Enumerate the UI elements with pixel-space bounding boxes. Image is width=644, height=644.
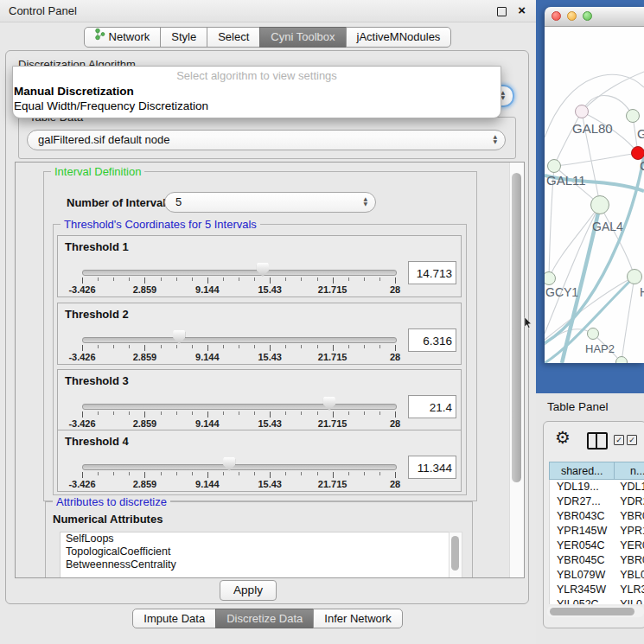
tab-style[interactable]: Style — [160, 27, 207, 48]
node-gal4[interactable] — [590, 195, 609, 214]
table-row[interactable]: YBR043CYBR0 — [550, 509, 644, 524]
settings-scrollbar-thumb[interactable] — [512, 173, 521, 482]
name-cell[interactable]: YBL0 — [615, 568, 644, 583]
tick-mark — [285, 345, 286, 348]
node-top-right[interactable] — [626, 109, 640, 123]
threshold-1-slider[interactable] — [82, 270, 397, 276]
threshold-3-slider[interactable] — [82, 404, 397, 410]
zoom-traffic-light-icon[interactable] — [583, 11, 592, 21]
checkbox-select-all-icon[interactable]: ✓ — [627, 435, 637, 445]
column-header-name[interactable]: n... — [614, 462, 644, 480]
tick-mark — [270, 277, 271, 284]
threshold-2-slider[interactable] — [82, 337, 397, 343]
minimize-traffic-light-icon[interactable] — [567, 11, 577, 21]
network-window: GAL80 GA C GAL11 GAL4 GCY1 H HAP2 — [545, 7, 644, 363]
name-cell[interactable]: YPR1 — [615, 524, 644, 539]
node-h[interactable] — [627, 269, 642, 284]
table-row[interactable]: YER054CYER0 — [550, 539, 644, 553]
name-cell[interactable]: YIL0 — [615, 597, 644, 604]
shared-name-cell[interactable]: YBR043C — [550, 509, 615, 524]
tick-mark — [192, 345, 193, 348]
name-cell[interactable]: YLR3 — [615, 583, 644, 597]
network-canvas[interactable]: GAL80 GA C GAL11 GAL4 GCY1 H HAP2 — [545, 27, 644, 363]
tab-jactivemnodules[interactable]: jActiveMNodules — [346, 27, 452, 48]
table-row[interactable]: YDR27...YDR2 — [550, 494, 644, 509]
shared-name-cell[interactable]: YPR145W — [550, 524, 615, 539]
float-window-icon[interactable] — [497, 7, 507, 16]
shared-name-cell[interactable]: YIL052C — [550, 597, 615, 604]
tick-mark — [317, 277, 318, 281]
tab-discretize-data[interactable]: Discretize Data — [215, 609, 314, 628]
name-cell[interactable]: YDL1 — [615, 480, 644, 494]
node-gal11[interactable] — [547, 159, 561, 173]
name-cell[interactable]: YBR0 — [615, 553, 644, 568]
close-icon[interactable]: × — [518, 3, 526, 16]
attributes-list-scrollbar[interactable] — [449, 532, 462, 578]
threshold-4-slider[interactable] — [82, 464, 397, 470]
node-hap2[interactable] — [587, 328, 599, 340]
popup-option-equal-width-frequency[interactable]: Equal Width/Frequency Discretization — [14, 99, 501, 113]
table-row[interactable]: YDL19...YDL1 — [550, 480, 644, 494]
table-row[interactable]: YPR145WYPR1 — [550, 524, 644, 539]
combo-arrows-icon: ▲▼ — [493, 134, 497, 144]
shared-name-cell[interactable]: YDL19... — [550, 480, 615, 494]
tick-mark — [113, 472, 114, 475]
threshold-2-value-field[interactable]: 6.316 — [408, 328, 456, 352]
table-row[interactable]: YBR045CYBR0 — [550, 553, 644, 568]
threshold-4-value-field[interactable]: 11.344 — [408, 456, 456, 479]
column-header-shared-name[interactable]: shared... — [549, 462, 615, 480]
tick-label: 9.144 — [195, 479, 220, 489]
node-gal80[interactable] — [575, 105, 589, 118]
gear-icon[interactable]: ⚙ — [555, 427, 571, 448]
network-window-titlebar[interactable] — [545, 7, 644, 27]
number-of-intervals-select[interactable]: 5 ▲▼ — [164, 192, 376, 213]
table-row[interactable]: YIL052CYIL0 — [550, 597, 644, 604]
tab-select[interactable]: Select — [207, 27, 260, 48]
tab-cyni-toolbox[interactable]: Cyni Toolbox — [259, 27, 346, 48]
apply-button[interactable]: Apply — [220, 580, 277, 601]
checkbox-select-icon[interactable]: ✓ — [614, 435, 624, 445]
slider-scale-labels: -3.4262.8599.14415.4321.71528 — [82, 418, 395, 429]
tab-impute-data[interactable]: Impute Data — [132, 609, 216, 628]
table-scrollbar-thumb[interactable] — [550, 608, 634, 615]
columns-icon[interactable] — [587, 432, 608, 450]
name-cell[interactable]: YER0 — [615, 539, 644, 553]
shared-name-cell[interactable]: YBL079W — [550, 568, 615, 583]
threshold-4-block: Threshold 4 -3.4262.8599.14415.4321.7152… — [57, 430, 462, 492]
tick-mark — [207, 472, 208, 478]
tab-network[interactable]: Network — [84, 27, 162, 48]
node-bottom[interactable] — [615, 356, 628, 363]
attributes-scrollbar-thumb[interactable] — [451, 536, 459, 571]
tick-mark — [161, 345, 162, 348]
tab-label: Infer Network — [324, 609, 391, 628]
settings-vertical-scrollbar[interactable] — [509, 163, 524, 577]
settings-scroll-pane: Interval Definition Number of Intervals … — [15, 162, 525, 578]
tab-infer-network[interactable]: Infer Network — [313, 609, 402, 628]
close-traffic-light-icon[interactable] — [552, 11, 561, 21]
attribute-list-item[interactable]: SelfLoops — [61, 532, 450, 545]
attribute-list-item[interactable]: TopologicalCoefficient — [61, 545, 450, 558]
popup-option-manual-discretization[interactable]: Manual Discretization — [14, 84, 501, 99]
table-horizontal-scrollbar[interactable] — [547, 606, 644, 617]
tick-mark — [301, 345, 302, 348]
top-tab-bar: Network Style Select Cyni Toolbox jActiv… — [0, 27, 536, 48]
numerical-attributes-list[interactable]: SelfLoopsTopologicalCoefficientBetweenne… — [60, 532, 450, 578]
threshold-2-label: Threshold 2 — [65, 308, 129, 321]
shared-name-cell[interactable]: YDR27... — [550, 494, 615, 509]
tick-label: 28 — [390, 284, 400, 295]
table-row[interactable]: YBL079WYBL0 — [550, 568, 644, 583]
threshold-1-value-field[interactable]: 14.713 — [408, 261, 456, 284]
name-cell[interactable]: YDR2 — [615, 494, 644, 509]
table-data-select[interactable]: galFiltered.sif default node ▲▼ — [27, 130, 506, 150]
threshold-3-value-field[interactable]: 21.4 — [408, 395, 456, 418]
combo-arrows-icon: ▲▼ — [501, 90, 505, 100]
table-row[interactable]: YLR345WYLR3 — [550, 583, 644, 597]
threshold-4-label: Threshold 4 — [65, 435, 129, 448]
shared-name-cell[interactable]: YLR345W — [550, 583, 615, 597]
shared-name-cell[interactable]: YBR045C — [550, 553, 615, 568]
tick-label: -3.426 — [68, 479, 95, 489]
threshold-3-block: Threshold 3 -3.4262.8599.14415.4321.7152… — [57, 369, 462, 431]
name-cell[interactable]: YBR0 — [615, 509, 644, 524]
shared-name-cell[interactable]: YER054C — [550, 539, 615, 553]
attribute-list-item[interactable]: BetweennessCentrality — [61, 558, 450, 571]
